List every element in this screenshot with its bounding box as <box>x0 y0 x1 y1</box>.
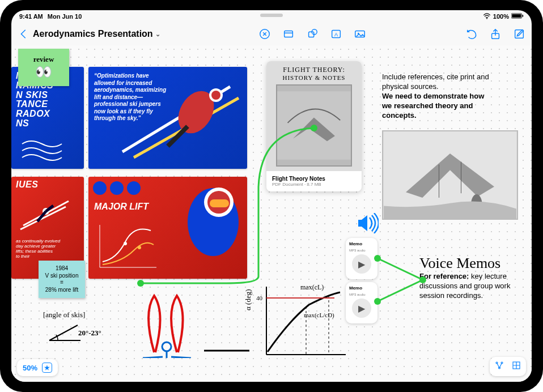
svg-point-21 <box>124 242 127 245</box>
svg-rect-26 <box>210 199 229 207</box>
media-button[interactable] <box>353 27 367 41</box>
screen: 9:41 AM Mon Jun 10 100% Aerodynami <box>11 10 532 382</box>
svg-point-32 <box>162 342 171 351</box>
note-refs-l1: Include references, cite print and physi… <box>382 73 489 91</box>
back-button[interactable] <box>17 27 31 41</box>
graph-ylabel: α (deg) <box>244 289 253 311</box>
voice-memos-note[interactable]: Voice Memos For reference: key lecture d… <box>419 255 521 301</box>
doodle-line <box>204 346 249 356</box>
sticky-lift-l2: V ski position <box>45 272 79 280</box>
voice-memos-title: Voice Memos <box>419 255 521 272</box>
doc-cover-line1: FLIGHT THEORY: <box>283 66 345 74</box>
hand-angle-value[interactable]: 20°-23° <box>78 329 101 338</box>
play-button[interactable]: ▶ <box>352 254 371 274</box>
undo-button[interactable] <box>465 27 478 41</box>
toolbar: Aerodynamics Presentation ⌄ A <box>11 23 532 45</box>
sticky-lift-l4: 28% more lift <box>45 287 78 294</box>
sticky-note-button[interactable] <box>282 27 295 41</box>
ipad-frame: 9:41 AM Mon Jun 10 100% Aerodynami <box>0 0 543 392</box>
doodle-ski-bunny <box>137 290 200 358</box>
play-button[interactable]: ▶ <box>352 299 371 318</box>
zoom-percent: 50% <box>23 364 37 372</box>
svg-point-17 <box>211 91 220 100</box>
graph-y40: 40 <box>256 295 262 301</box>
doc-cover-image <box>276 84 352 167</box>
ski-jumper-illustration <box>88 67 247 169</box>
memo-card-1[interactable]: Memo MP3 audio ▶ <box>346 238 377 279</box>
zoom-control[interactable]: 50% ★ <box>17 359 58 376</box>
svg-rect-14 <box>515 30 524 39</box>
document-flight-theory[interactable]: FLIGHT THEORY: HISTORY & NOTES Flight Th… <box>266 61 362 191</box>
favorite-toggle[interactable]: ★ <box>42 363 52 373</box>
hand-angle-label[interactable]: [angle of skis] <box>43 310 85 319</box>
skier-closeup-illustration <box>168 177 247 279</box>
svg-rect-2 <box>512 14 521 18</box>
freeform-canvas[interactable]: NS NAMICS N SKIS TANCE RADOX NS “Optimiz… <box>11 45 532 382</box>
slide-values-title: IUES <box>11 177 84 194</box>
sticky-review[interactable]: review 👀 <box>18 49 69 86</box>
status-date: Mon Jun 10 <box>48 13 82 20</box>
sticky-lift-l3: = <box>60 279 63 287</box>
aerodynamic-waves-icon <box>19 138 65 161</box>
svg-rect-5 <box>285 31 293 37</box>
chevron-down-icon: ⌄ <box>155 31 160 38</box>
svg-rect-3 <box>522 15 523 16</box>
slide-major-lift[interactable]: MAJOR LIFT <box>88 177 247 279</box>
battery-icon <box>511 12 524 20</box>
eyes-emoji-icon: 👀 <box>35 64 52 80</box>
photo-early-glider[interactable] <box>382 130 518 220</box>
battery-pct: 100% <box>493 13 509 20</box>
grid-toggle-button[interactable] <box>511 360 521 373</box>
lift-graph-icon <box>94 222 162 273</box>
hand-graph[interactable] <box>249 281 351 366</box>
graph-max2: max(cL/cD) <box>304 312 334 318</box>
board-title-text: Aerodynamics Presentation <box>33 29 153 39</box>
svg-text:A: A <box>334 32 338 37</box>
doc-subtitle: PDF Document · 8.7 MB <box>272 182 356 187</box>
memo1-label: Memo <box>348 241 362 246</box>
sticky-lift-l1: 1984 <box>56 265 68 272</box>
note-references[interactable]: Include references, cite print and physi… <box>382 73 490 120</box>
doc-filename: Flight Theory Notes <box>272 176 356 182</box>
sticky-review-label: review <box>33 55 54 64</box>
board-title[interactable]: Aerodynamics Presentation ⌄ <box>33 29 160 39</box>
svg-point-22 <box>138 246 141 249</box>
mini-skijumper-icon <box>15 194 77 234</box>
shapes-button[interactable] <box>306 27 319 41</box>
voice-memos-bold: For reference: <box>419 272 469 280</box>
status-time: 9:41 AM <box>19 13 43 20</box>
compose-button[interactable] <box>512 27 526 41</box>
home-indicator-pill <box>260 14 283 17</box>
slide-quote-skijumper[interactable]: “Optimizations have allowed for increase… <box>88 67 247 169</box>
sticky-lift-fact[interactable]: 1984 V ski position = 28% more lift <box>39 261 85 298</box>
svg-point-0 <box>486 18 487 19</box>
note-refs-l2: We need to demonstrate how we researched… <box>382 92 490 121</box>
graph-max1: max(cL) <box>300 283 324 292</box>
share-button[interactable] <box>489 27 502 41</box>
slide-values-body: as continually evolved day achieve great… <box>11 236 84 261</box>
doc-cover-line2: HISTORY & NOTES <box>283 74 346 81</box>
speaker-icon <box>356 213 379 236</box>
text-box-button[interactable]: A <box>329 27 343 41</box>
wifi-icon <box>483 12 491 20</box>
memo1-sub: MP3 audio <box>348 249 366 252</box>
navigator-button[interactable] <box>494 360 504 373</box>
view-controls <box>490 357 526 376</box>
thumbnail-row <box>93 181 141 195</box>
pen-tool-button[interactable] <box>258 27 272 41</box>
svg-point-40 <box>137 280 144 287</box>
